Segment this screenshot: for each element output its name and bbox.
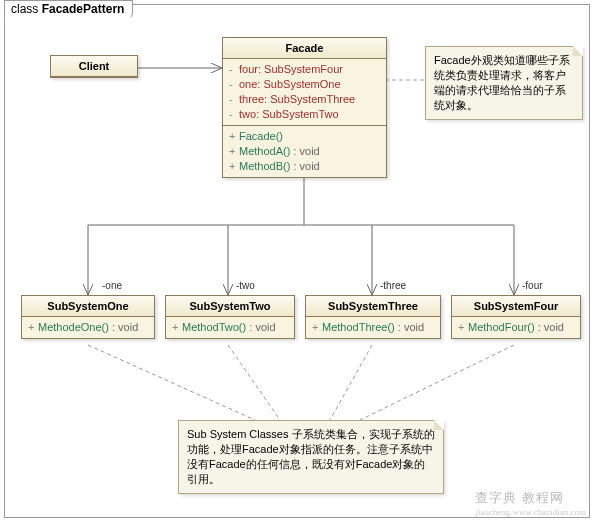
class-sub4: SubSystemFour +MethodFour() : void xyxy=(451,295,581,339)
role-one: -one xyxy=(102,280,122,291)
note-facade: Facade外观类知道哪些子系统类负责处理请求，将客户端的请求代理给恰当的子系统… xyxy=(425,46,583,120)
class-sub3-name: SubSystemThree xyxy=(306,296,440,317)
diagram-canvas: class FacadePattern Client Facade -four:… xyxy=(0,0,594,521)
role-two: -two xyxy=(236,280,255,291)
class-sub1-name: SubSystemOne xyxy=(22,296,154,317)
class-facade: Facade -four: SubSystemFour -one: SubSys… xyxy=(222,37,387,178)
frame-title: class FacadePattern xyxy=(4,0,133,19)
role-four: -four xyxy=(522,280,543,291)
watermark-sub: jiaocheng.www.chazidian.com xyxy=(475,507,586,517)
frame-name: FacadePattern xyxy=(42,2,125,16)
class-sub3: SubSystemThree +MethodThree() : void xyxy=(305,295,441,339)
class-client-name: Client xyxy=(51,56,137,77)
class-client: Client xyxy=(50,55,138,78)
watermark-main: 查字典 教程网 xyxy=(475,490,563,505)
class-sub1: SubSystemOne +MethodeOne() : void xyxy=(21,295,155,339)
watermark: 查字典 教程网 jiaocheng.www.chazidian.com xyxy=(475,489,586,517)
class-sub4-name: SubSystemFour xyxy=(452,296,580,317)
class-facade-name: Facade xyxy=(223,38,386,59)
role-three: -three xyxy=(380,280,406,291)
facade-attrs: -four: SubSystemFour -one: SubSystemOne … xyxy=(223,59,386,126)
note-subs: Sub System Classes 子系统类集合，实现子系统的功能，处理Fac… xyxy=(178,420,444,494)
class-sub2: SubSystemTwo +MethodTwo() : void xyxy=(165,295,295,339)
facade-ops: +Facade() +MethodA() : void +MethodB() :… xyxy=(223,126,386,177)
class-sub2-name: SubSystemTwo xyxy=(166,296,294,317)
frame-prefix: class xyxy=(11,2,42,16)
